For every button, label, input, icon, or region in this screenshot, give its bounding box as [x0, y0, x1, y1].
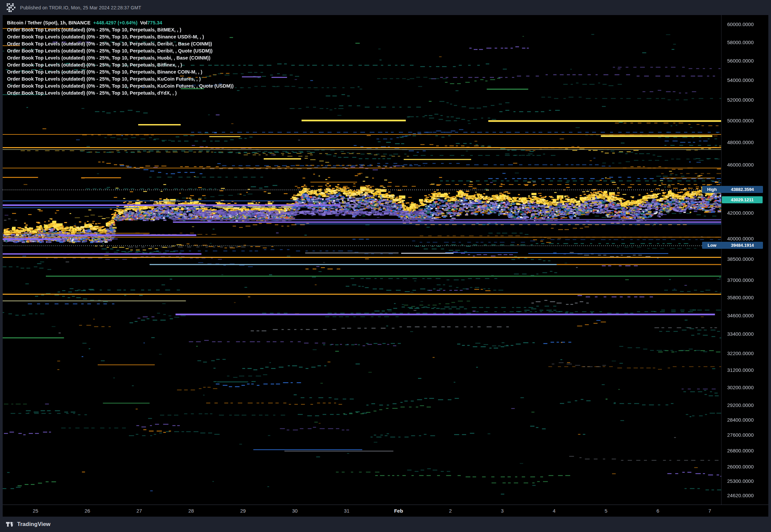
orderbook-legend-line[interactable]: Order Book Top Levels (outdated) (0% - 2…	[7, 55, 234, 62]
time-tick: 30	[292, 508, 298, 514]
price-tick: 56000.0000	[727, 58, 754, 64]
low-price-badge: Low 39484.1914	[702, 242, 763, 249]
price-tick: 29200.0000	[727, 402, 754, 408]
orderbook-legend-line[interactable]: Order Book Top Levels (outdated) (0% - 2…	[7, 40, 234, 47]
price-tick: 42000.0000	[727, 210, 754, 216]
tradingview-logo-icon[interactable]	[6, 522, 15, 527]
time-tick: 3	[501, 508, 504, 514]
orderbook-legend-line[interactable]: Order Book Top Levels (outdated) (0% - 2…	[7, 76, 234, 83]
time-tick: 7	[708, 508, 711, 514]
last-price-badge: 43029.1211	[722, 196, 763, 203]
trdr-logo-icon	[7, 3, 15, 12]
price-tick: 32200.0000	[727, 350, 754, 356]
price-tick: 40000.0000	[727, 236, 754, 241]
price-tick: 52000.0000	[727, 97, 754, 103]
time-tick: 27	[137, 508, 142, 514]
last-value: 43029.1211	[722, 197, 763, 202]
price-tick: 24620.0000	[727, 492, 754, 498]
low-label: Low	[702, 243, 722, 248]
price-tick: 54000.0000	[727, 77, 754, 83]
published-bar: Published on TRDR.IO, Mon, 25 Mar 2024 2…	[0, 0, 771, 15]
price-tick: 27600.0000	[727, 432, 754, 438]
footer-bar: TradingView	[0, 517, 771, 532]
price-tick: 58000.0000	[727, 39, 754, 45]
price-tick: 38500.0000	[727, 256, 754, 261]
time-tick: 2	[449, 508, 452, 514]
price-tick: 60000.0000	[727, 21, 754, 27]
high-label: High	[702, 187, 722, 192]
time-tick: 29	[240, 508, 246, 514]
tradingview-brand-text[interactable]: TradingView	[17, 521, 51, 528]
time-tick: Feb	[394, 508, 403, 514]
price-tick: 30200.0000	[727, 384, 754, 390]
price-tick: 48000.0000	[727, 139, 754, 145]
price-tick: 35800.0000	[727, 294, 754, 300]
chart-container: Bitcoin / Tether (Spot), 1h, BINANCE +44…	[3, 15, 768, 517]
published-text: Published on TRDR.IO, Mon, 25 Mar 2024 2…	[20, 5, 141, 10]
time-axis[interactable]: 25262728293031Feb234567	[3, 505, 768, 517]
time-tick: 5	[605, 508, 607, 514]
price-axis[interactable]: 60000.000058000.000056000.000054000.0000…	[721, 15, 768, 505]
orderbook-legend-line[interactable]: Order Book Top Levels (outdated) (0% - 2…	[7, 69, 234, 76]
low-value: 39484.1914	[722, 243, 763, 248]
time-tick: 28	[188, 508, 194, 514]
price-change: +448.4297 (+0.64%)	[93, 20, 138, 25]
volume-value: 775.34	[147, 20, 162, 25]
orderbook-legend-line[interactable]: Order Book Top Levels (outdated) (0% - 2…	[7, 62, 234, 69]
price-tick: 34600.0000	[727, 312, 754, 318]
price-tick: 28400.0000	[727, 417, 754, 422]
high-price-badge: High 43882.3594	[702, 186, 763, 193]
price-tick: 25300.0000	[727, 478, 754, 484]
time-tick: 31	[344, 508, 350, 514]
orderbook-legend-line[interactable]: Order Book Top Levels (outdated) (0% - 2…	[7, 90, 234, 97]
high-value: 43882.3594	[722, 187, 763, 192]
symbol-title[interactable]: Bitcoin / Tether (Spot), 1h, BINANCE +44…	[7, 19, 234, 26]
time-tick: 4	[553, 508, 555, 514]
price-tick: 50000.0000	[727, 118, 754, 123]
orderbook-legend-line[interactable]: Order Book Top Levels (outdated) (0% - 2…	[7, 83, 234, 90]
time-tick: 26	[85, 508, 90, 514]
time-tick: 25	[33, 508, 38, 514]
orderbook-legend-line[interactable]: Order Book Top Levels (outdated) (0% - 2…	[7, 33, 234, 40]
orderbook-legend-line[interactable]: Order Book Top Levels (outdated) (0% - 2…	[7, 47, 234, 55]
price-tick: 26000.0000	[727, 463, 754, 469]
orderbook-legend-line[interactable]: Order Book Top Levels (outdated) (0% - 2…	[7, 26, 234, 33]
time-tick: 6	[657, 508, 659, 514]
price-tick: 37000.0000	[727, 277, 754, 283]
price-tick: 33400.0000	[727, 331, 754, 337]
price-tick: 46000.0000	[727, 162, 754, 168]
price-tick: 31200.0000	[727, 367, 754, 373]
chart-legend: Bitcoin / Tether (Spot), 1h, BINANCE +44…	[7, 19, 234, 97]
price-tick: 26800.0000	[727, 447, 754, 453]
